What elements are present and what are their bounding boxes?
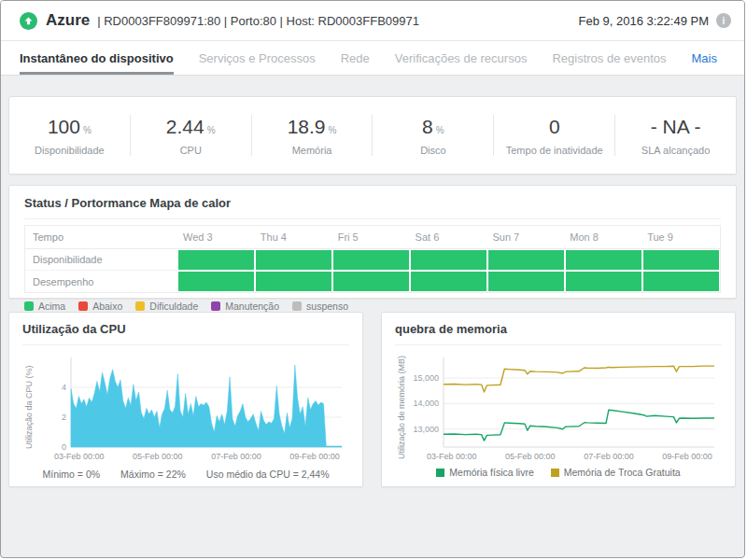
heatmap-day-sat-6: Sat 6 — [411, 226, 488, 248]
kpi-label: CPU — [131, 145, 251, 156]
heatmap-day-sun-7: Sun 7 — [487, 226, 565, 248]
heatmap-cell[interactable] — [333, 250, 409, 270]
legend-label: Memória física livre — [449, 467, 533, 478]
legend-label: suspenso — [306, 301, 348, 312]
cpu-utilization-chart: 02403-Feb 00:0005-Feb 00:0007-Feb 00:000… — [35, 350, 349, 464]
legend-item-memoria-fisica-livre[interactable]: Memória física livre — [436, 467, 533, 478]
legend-swatch — [436, 469, 444, 477]
legend-label: Abaixo — [92, 301, 122, 312]
heatmap-cell[interactable] — [411, 272, 486, 291]
kpi-tempo-de-inatividade: 0Tempo de inatividade — [494, 116, 614, 156]
cpu-chart-body: Utilização da CPU (%) 02403-Feb 00:0005-… — [22, 350, 349, 464]
kpi-value: - NA - — [615, 116, 736, 138]
legend-item-abaixo: Abaixo — [78, 301, 122, 312]
legend-item-dificuldade: Dificuldade — [135, 301, 198, 312]
memory-breakup-chart: 13,00014,00015,00003-Feb 00:0005-Feb 00:… — [408, 350, 722, 464]
svg-text:14,000: 14,000 — [413, 399, 439, 408]
svg-text:03-Feb 00:00: 03-Feb 00:00 — [54, 452, 105, 461]
charts-row: Utilização da CPU Utilização da CPU (%) … — [8, 312, 737, 487]
heatmap-table: TempoWed 3Thu 4Fri 5Sat 6Sun 7Mon 8Tue 9… — [24, 225, 721, 293]
device-subtitle: | RD0003FF809971:80 | Porto:80 | Host: R… — [97, 14, 419, 28]
heatmap-card: Status / Portormance Mapa de calor Tempo… — [8, 185, 737, 299]
memory-chart-title: quebra de memoria — [395, 322, 722, 345]
kpi-memoria: 18.9%Memória — [252, 116, 373, 156]
heatmap-cell[interactable] — [333, 272, 409, 291]
heatmap-cell[interactable] — [488, 272, 564, 291]
title-bar: Azure | RD0003FF809971:80 | Porto:80 | H… — [1, 1, 744, 41]
kpi-summary-card: 100%Disponibilidade2.44%CPU18.9%Memória8… — [8, 96, 737, 175]
tab-instantaneo-do-dispositivo[interactable]: Instantâneo do dispositivo — [20, 41, 174, 75]
kpi-label: Memória — [252, 145, 373, 156]
kpi-unit: % — [436, 125, 444, 135]
heatmap-cell[interactable] — [488, 250, 564, 270]
tab-servicos-e-processos[interactable]: Serviços e Processos — [199, 41, 316, 75]
kpi-disco: 8%Disco — [373, 116, 493, 156]
cpu-y-axis-label: Utilização da CPU (%) — [22, 350, 35, 464]
svg-text:13,000: 13,000 — [413, 425, 439, 434]
heatmap-cell[interactable] — [256, 272, 331, 291]
heatmap-row-disponibilidade: Disponibilidade — [25, 249, 720, 271]
kpi-label: Disco — [373, 145, 493, 156]
kpi-cpu: 2.44%CPU — [131, 116, 251, 156]
kpi-label: Disponibilidade — [9, 145, 130, 156]
tab-verificacoes-de-recursos[interactable]: Verificações de recursos — [395, 41, 528, 75]
heatmap-day-mon-8: Mon 8 — [565, 226, 642, 248]
app-window: Azure | RD0003FF809971:80 | Porto:80 | H… — [0, 0, 745, 558]
heatmap-cell[interactable] — [566, 272, 641, 291]
legend-swatch — [135, 301, 145, 311]
kpi-value: 18.9% — [252, 116, 373, 138]
heatmap-day-tue-9: Tue 9 — [642, 226, 720, 248]
cpu-chart-title: Utilização da CPU — [22, 322, 349, 345]
kpi-disponibilidade: 100%Disponibilidade — [9, 116, 130, 156]
cpu-stat-minimo: Mínimo = 0% — [43, 469, 101, 480]
svg-text:05-Feb 00:00: 05-Feb 00:00 — [133, 452, 183, 461]
svg-text:2: 2 — [62, 413, 66, 422]
line-series-memoria-de-troca-gratuita — [444, 366, 714, 392]
cpu-chart-card: Utilização da CPU Utilização da CPU (%) … — [8, 312, 363, 487]
svg-text:15,000: 15,000 — [413, 373, 439, 383]
heatmap-cell[interactable] — [178, 250, 254, 270]
heatmap-cell[interactable] — [643, 272, 719, 291]
timestamp: Feb 9, 2016 3:22:49 PM — [579, 14, 709, 28]
kpi-value: 0 — [494, 116, 614, 138]
cpu-stat-uso-medio-da-cpu: Uso médio da CPU = 2,44% — [206, 469, 330, 480]
heatmap-row-label: Disponibilidade — [25, 249, 178, 271]
legend-swatch — [24, 301, 34, 311]
heatmap-cell[interactable] — [411, 250, 486, 270]
svg-text:03-Feb 00:00: 03-Feb 00:00 — [427, 452, 477, 461]
svg-text:07-Feb 00:00: 07-Feb 00:00 — [211, 452, 261, 461]
tab-rede[interactable]: Rede — [341, 41, 370, 75]
tab-mais[interactable]: Mais — [692, 41, 717, 75]
svg-text:07-Feb 00:00: 07-Feb 00:00 — [584, 452, 634, 461]
memory-chart-card: quebra de memoria Utilização de memória … — [381, 312, 736, 487]
legend-swatch — [78, 301, 88, 311]
legend-label: Manutenção — [225, 301, 279, 312]
legend-swatch — [211, 301, 220, 311]
legend-item-memoria-de-troca-gratuita[interactable]: Memória de Troca Gratuita — [551, 467, 681, 478]
legend-label: Acima — [38, 301, 65, 312]
legend-item-suspenso: suspenso — [292, 301, 348, 312]
svg-text:09-Feb 00:00: 09-Feb 00:00 — [662, 452, 712, 461]
info-icon[interactable]: i — [716, 13, 731, 28]
heatmap-day-wed-3: Wed 3 — [178, 226, 256, 248]
kpi-value: 8% — [373, 116, 493, 138]
heatmap-cell[interactable] — [178, 272, 254, 291]
kpi-sla-alcancado: - NA -SLA alcançado — [615, 116, 736, 156]
legend-swatch — [292, 301, 302, 311]
heatmap-cell[interactable] — [566, 250, 641, 270]
heatmap-cells — [178, 271, 720, 292]
heatmap-cell[interactable] — [643, 250, 719, 270]
cpu-area-series — [71, 365, 342, 447]
heatmap-legend: AcimaAbaixoDificuldadeManutençãosuspenso — [24, 301, 721, 312]
kpi-unit: % — [329, 125, 337, 135]
heatmap-cell[interactable] — [256, 250, 331, 270]
device-status-up-icon — [20, 12, 37, 30]
kpi-label: Tempo de inatividade — [494, 145, 614, 156]
legend-item-manutencao: Manutenção — [211, 301, 279, 312]
heatmap-day-thu-4: Thu 4 — [256, 226, 333, 248]
line-series-memoria-fisica-livre — [444, 410, 714, 441]
kpi-unit: % — [83, 125, 92, 135]
kpi-unit: % — [207, 125, 216, 135]
tab-registros-de-eventos[interactable]: Registros de eventos — [552, 41, 666, 75]
content-area: 100%Disponibilidade2.44%CPU18.9%Memória8… — [1, 76, 744, 487]
